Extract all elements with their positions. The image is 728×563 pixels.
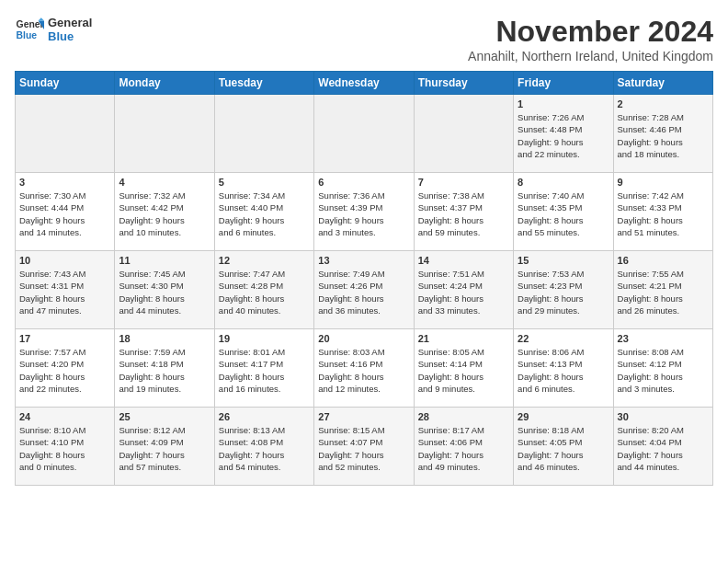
day-cell: 16Sunrise: 7:55 AM Sunset: 4:21 PM Dayli… <box>613 251 712 329</box>
day-cell: 9Sunrise: 7:42 AM Sunset: 4:33 PM Daylig… <box>613 173 712 251</box>
day-info: Sunrise: 7:43 AM Sunset: 4:31 PM Dayligh… <box>19 268 110 316</box>
day-number: 17 <box>19 333 110 344</box>
day-info: Sunrise: 8:17 AM Sunset: 4:06 PM Dayligh… <box>418 424 509 473</box>
week-row-3: 17Sunrise: 7:57 AM Sunset: 4:20 PM Dayli… <box>16 329 713 408</box>
day-cell <box>314 95 414 173</box>
day-number: 10 <box>19 255 110 266</box>
day-number: 30 <box>618 411 709 422</box>
day-number: 20 <box>318 333 409 344</box>
day-number: 18 <box>119 333 210 344</box>
day-info: Sunrise: 8:13 AM Sunset: 4:08 PM Dayligh… <box>219 424 310 473</box>
day-number: 7 <box>418 177 509 188</box>
day-number: 27 <box>318 411 409 422</box>
day-info: Sunrise: 8:12 AM Sunset: 4:09 PM Dayligh… <box>119 424 210 473</box>
day-cell: 23Sunrise: 8:08 AM Sunset: 4:12 PM Dayli… <box>613 329 712 408</box>
day-info: Sunrise: 7:51 AM Sunset: 4:24 PM Dayligh… <box>418 268 509 316</box>
day-info: Sunrise: 7:45 AM Sunset: 4:30 PM Dayligh… <box>119 268 210 316</box>
day-cell: 17Sunrise: 7:57 AM Sunset: 4:20 PM Dayli… <box>16 329 115 408</box>
day-info: Sunrise: 7:42 AM Sunset: 4:33 PM Dayligh… <box>618 190 709 238</box>
location-subtitle: Annahilt, Northern Ireland, United Kingd… <box>468 49 713 63</box>
day-number: 2 <box>618 98 709 109</box>
day-info: Sunrise: 8:15 AM Sunset: 4:07 PM Dayligh… <box>318 424 409 473</box>
day-cell: 6Sunrise: 7:36 AM Sunset: 4:39 PM Daylig… <box>314 173 414 251</box>
calendar-body: 1Sunrise: 7:26 AM Sunset: 4:48 PM Daylig… <box>16 95 713 486</box>
day-cell: 2Sunrise: 7:28 AM Sunset: 4:46 PM Daylig… <box>613 95 712 173</box>
day-info: Sunrise: 7:40 AM Sunset: 4:35 PM Dayligh… <box>518 190 609 238</box>
day-number: 1 <box>518 98 609 109</box>
day-info: Sunrise: 7:36 AM Sunset: 4:39 PM Dayligh… <box>318 190 409 238</box>
day-number: 26 <box>219 411 310 422</box>
day-cell: 28Sunrise: 8:17 AM Sunset: 4:06 PM Dayli… <box>414 408 513 486</box>
day-cell: 1Sunrise: 7:26 AM Sunset: 4:48 PM Daylig… <box>514 95 613 173</box>
day-number: 8 <box>518 177 609 188</box>
header-row: Sunday Monday Tuesday Wednesday Thursday… <box>16 72 713 95</box>
day-number: 14 <box>418 255 509 266</box>
day-number: 22 <box>518 333 609 344</box>
day-number: 25 <box>119 411 210 422</box>
day-number: 24 <box>19 411 110 422</box>
week-row-4: 24Sunrise: 8:10 AM Sunset: 4:10 PM Dayli… <box>16 408 713 486</box>
day-info: Sunrise: 7:59 AM Sunset: 4:18 PM Dayligh… <box>119 346 210 395</box>
day-cell: 10Sunrise: 7:43 AM Sunset: 4:31 PM Dayli… <box>16 251 115 329</box>
calendar-table: Sunday Monday Tuesday Wednesday Thursday… <box>15 71 713 486</box>
day-cell: 18Sunrise: 7:59 AM Sunset: 4:18 PM Dayli… <box>115 329 214 408</box>
header-monday: Monday <box>115 72 214 95</box>
header-thursday: Thursday <box>414 72 513 95</box>
day-info: Sunrise: 8:10 AM Sunset: 4:10 PM Dayligh… <box>19 424 110 473</box>
day-info: Sunrise: 8:01 AM Sunset: 4:17 PM Dayligh… <box>219 346 310 395</box>
day-number: 28 <box>418 411 509 422</box>
header-saturday: Saturday <box>613 72 712 95</box>
logo-general: General <box>48 16 92 29</box>
day-number: 5 <box>219 177 310 188</box>
day-number: 9 <box>618 177 709 188</box>
day-number: 11 <box>119 255 210 266</box>
header-friday: Friday <box>514 72 613 95</box>
day-number: 12 <box>219 255 310 266</box>
day-cell: 13Sunrise: 7:49 AM Sunset: 4:26 PM Dayli… <box>314 251 414 329</box>
day-cell: 26Sunrise: 8:13 AM Sunset: 4:08 PM Dayli… <box>214 408 313 486</box>
day-cell: 7Sunrise: 7:38 AM Sunset: 4:37 PM Daylig… <box>414 173 513 251</box>
svg-text:Blue: Blue <box>17 30 38 40</box>
day-cell <box>214 95 313 173</box>
day-info: Sunrise: 8:05 AM Sunset: 4:14 PM Dayligh… <box>418 346 509 395</box>
calendar-header: Sunday Monday Tuesday Wednesday Thursday… <box>16 72 713 95</box>
day-number: 21 <box>418 333 509 344</box>
day-cell <box>16 95 115 173</box>
day-cell: 30Sunrise: 8:20 AM Sunset: 4:04 PM Dayli… <box>613 408 712 486</box>
header-wednesday: Wednesday <box>314 72 414 95</box>
week-row-2: 10Sunrise: 7:43 AM Sunset: 4:31 PM Dayli… <box>16 251 713 329</box>
day-number: 6 <box>318 177 409 188</box>
day-info: Sunrise: 7:57 AM Sunset: 4:20 PM Dayligh… <box>19 346 110 395</box>
day-cell: 20Sunrise: 8:03 AM Sunset: 4:16 PM Dayli… <box>314 329 414 408</box>
header-sunday: Sunday <box>16 72 115 95</box>
day-number: 19 <box>219 333 310 344</box>
day-info: Sunrise: 7:38 AM Sunset: 4:37 PM Dayligh… <box>418 190 509 238</box>
day-cell: 11Sunrise: 7:45 AM Sunset: 4:30 PM Dayli… <box>115 251 214 329</box>
day-number: 16 <box>618 255 709 266</box>
day-cell <box>414 95 513 173</box>
month-title: November 2024 <box>468 15 713 49</box>
day-cell: 27Sunrise: 8:15 AM Sunset: 4:07 PM Dayli… <box>314 408 414 486</box>
day-cell: 14Sunrise: 7:51 AM Sunset: 4:24 PM Dayli… <box>414 251 513 329</box>
day-info: Sunrise: 8:06 AM Sunset: 4:13 PM Dayligh… <box>518 346 609 395</box>
day-cell: 12Sunrise: 7:47 AM Sunset: 4:28 PM Dayli… <box>214 251 313 329</box>
logo: General Blue General Blue <box>15 15 92 44</box>
week-row-1: 3Sunrise: 7:30 AM Sunset: 4:44 PM Daylig… <box>16 173 713 251</box>
day-info: Sunrise: 7:55 AM Sunset: 4:21 PM Dayligh… <box>618 268 709 316</box>
day-number: 13 <box>318 255 409 266</box>
day-number: 3 <box>19 177 110 188</box>
day-cell: 29Sunrise: 8:18 AM Sunset: 4:05 PM Dayli… <box>514 408 613 486</box>
day-number: 4 <box>119 177 210 188</box>
day-cell: 22Sunrise: 8:06 AM Sunset: 4:13 PM Dayli… <box>514 329 613 408</box>
day-info: Sunrise: 8:18 AM Sunset: 4:05 PM Dayligh… <box>518 424 609 473</box>
day-cell: 5Sunrise: 7:34 AM Sunset: 4:40 PM Daylig… <box>214 173 313 251</box>
day-info: Sunrise: 7:34 AM Sunset: 4:40 PM Dayligh… <box>219 190 310 238</box>
day-info: Sunrise: 8:20 AM Sunset: 4:04 PM Dayligh… <box>618 424 709 473</box>
logo-icon: General Blue <box>15 15 44 44</box>
day-info: Sunrise: 8:08 AM Sunset: 4:12 PM Dayligh… <box>618 346 709 395</box>
day-info: Sunrise: 7:32 AM Sunset: 4:42 PM Dayligh… <box>119 190 210 238</box>
day-cell: 25Sunrise: 8:12 AM Sunset: 4:09 PM Dayli… <box>115 408 214 486</box>
day-cell: 15Sunrise: 7:53 AM Sunset: 4:23 PM Dayli… <box>514 251 613 329</box>
day-info: Sunrise: 7:49 AM Sunset: 4:26 PM Dayligh… <box>318 268 409 316</box>
day-number: 23 <box>618 333 709 344</box>
